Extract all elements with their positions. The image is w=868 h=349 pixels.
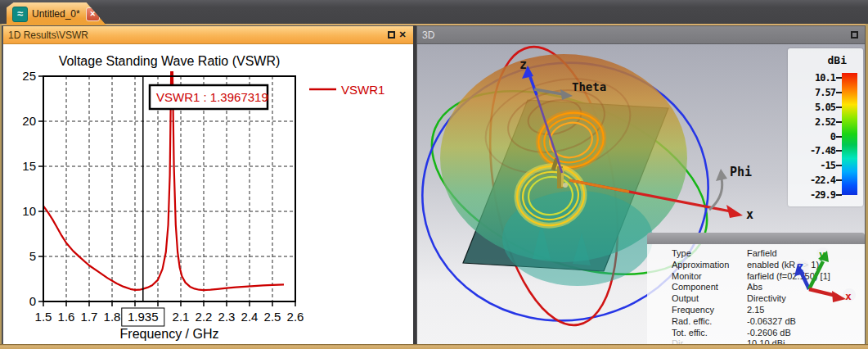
info-row: Monitorfarfield (f=02.150) [1] [647, 271, 865, 283]
farfield-3d-viewport[interactable]: z Theta Phi x dBi 10.17.575.052.520-7.48… [417, 44, 865, 344]
marker-readout-text: VSWR1 : 1.3967319 [156, 90, 268, 104]
svg-text:10: 10 [22, 204, 36, 218]
view-3d-panel-header: 3D [417, 26, 865, 44]
info-row: Tot. effic.-0.2606 dB [647, 328, 865, 339]
colorbar-tick [836, 77, 842, 79]
svg-text:5: 5 [29, 249, 36, 263]
info-row: Frequency2.15 [647, 305, 865, 316]
svg-text:25: 25 [22, 69, 36, 83]
colorbar-tick-label: 10.1 [789, 72, 835, 84]
info-label: Approximation [672, 260, 747, 271]
svg-text:2.1: 2.1 [173, 310, 190, 324]
info-row: TypeFarfield [647, 248, 865, 260]
x-axis-title: Frequency / GHz [120, 327, 219, 341]
info-label: Frequency [672, 305, 747, 316]
colorbar-tick [836, 165, 842, 166]
info-value: Abs [747, 282, 865, 293]
colorbar-gradient [842, 73, 857, 195]
info-label: Type [672, 248, 747, 260]
vswr-chart-canvas[interactable]: Voltage Standing Wave Ratio (VSWR)Freque… [3, 44, 413, 344]
colorbar-tick-label: 2.52 [789, 116, 835, 128]
close-icon[interactable]: ✕ [397, 29, 408, 41]
legend-series-label: VSWR1 [341, 83, 385, 97]
colorbar-tick [836, 194, 842, 196]
colorbar-tick [836, 150, 842, 152]
phi-axis-label: Phi [730, 165, 752, 179]
cst-application-window: ≈ Untitled_0* ✕ 1D Results\VSWR ✕ Voltag… [0, 0, 868, 349]
colorbar-tick-label: -29.9 [789, 189, 835, 201]
maximize-icon[interactable] [848, 29, 860, 41]
panel-title: 3D [422, 29, 434, 41]
results-1d-panel-header: 1D Results\VSWR ✕ [3, 26, 413, 44]
colorbar-tick-label: -22.4 [789, 174, 835, 186]
colorbar-tick-label: -15 [789, 160, 835, 171]
info-row: OutputDirectivity [647, 293, 865, 305]
farfield-info-titlebar [647, 233, 865, 244]
svg-text:2.2: 2.2 [196, 310, 213, 324]
info-row: ComponentAbs [647, 282, 865, 293]
svg-text:2.3: 2.3 [218, 310, 236, 324]
x-axis-label: x [746, 207, 753, 222]
tab-bar [0, 0, 868, 24]
colorbar-title: dBi [788, 54, 847, 66]
info-value: 10.10 dBi [747, 338, 865, 344]
results-1d-panel: 1D Results\VSWR ✕ Voltage Standing Wave … [2, 25, 414, 344]
svg-text:1.7: 1.7 [81, 310, 98, 324]
svg-text:2.4: 2.4 [241, 310, 259, 324]
farfield-info-box: TypeFarfieldApproximationenabled (kR >> … [647, 233, 865, 344]
info-value: Farfield [747, 248, 865, 260]
info-value: -0.2606 dB [747, 328, 865, 339]
svg-text:0: 0 [29, 294, 36, 308]
svg-text:2.5: 2.5 [264, 310, 281, 324]
farfield-info-table: TypeFarfieldApproximationenabled (kR >> … [647, 244, 865, 344]
colorbar-tick-label: 7.57 [789, 87, 835, 98]
info-value: enabled (kR >> 1) [747, 260, 865, 271]
info-label: Output [672, 293, 747, 305]
colorbar-tick-label: 0 [789, 131, 835, 143]
info-label: Rad. effic. [672, 316, 747, 328]
maximize-icon[interactable] [385, 29, 397, 41]
info-row: Rad. effic.-0.06327 dB [647, 316, 865, 328]
svg-text:1.5: 1.5 [35, 310, 52, 324]
info-label: Monitor [672, 271, 747, 283]
info-row: Approximationenabled (kR >> 1) [647, 260, 865, 271]
svg-text:20: 20 [22, 114, 36, 128]
info-label: Tot. effic. [672, 328, 747, 339]
svg-text:1.8: 1.8 [104, 310, 121, 324]
colorbar: dBi 10.17.575.052.520-7.48-15-22.4-29.9 [788, 48, 863, 206]
colorbar-tick [836, 92, 842, 93]
info-label: Component [672, 282, 747, 293]
colorbar-tick [836, 107, 842, 108]
waves-icon: ≈ [12, 7, 28, 22]
info-label: Dir. [672, 338, 747, 344]
svg-text:1.6: 1.6 [58, 310, 75, 324]
window-border-left [0, 24, 2, 349]
vswr-chart: Voltage Standing Wave Ratio (VSWR)Freque… [3, 44, 413, 344]
panel-title: 1D Results\VSWR [8, 29, 88, 41]
svg-text:2.6: 2.6 [287, 310, 304, 324]
colorbar-tick [836, 179, 842, 181]
window-border-bottom [0, 344, 868, 349]
axis-marker-value: 1.935 [128, 310, 159, 324]
info-value: farfield (f=02.150) [1] [747, 271, 865, 283]
view-3d-panel: 3D [416, 25, 866, 344]
tab-title: Untitled_0* [32, 8, 80, 20]
colorbar-tick-label: 5.05 [789, 102, 835, 113]
info-row: Dir.10.10 dBi [647, 338, 865, 344]
phi-arrow [709, 169, 727, 210]
z-axis-label: z [519, 57, 527, 72]
colorbar-tick [836, 121, 842, 123]
theta-axis-label: Theta [572, 80, 606, 93]
chart-title: Voltage Standing Wave Ratio (VSWR) [59, 54, 281, 68]
info-value: Directivity [747, 293, 865, 305]
info-value: 2.15 [747, 305, 865, 316]
colorbar-tick-label: -7.48 [789, 145, 835, 156]
svg-text:15: 15 [22, 159, 36, 173]
colorbar-tick [836, 136, 842, 138]
info-value: -0.06327 dB [747, 316, 865, 328]
